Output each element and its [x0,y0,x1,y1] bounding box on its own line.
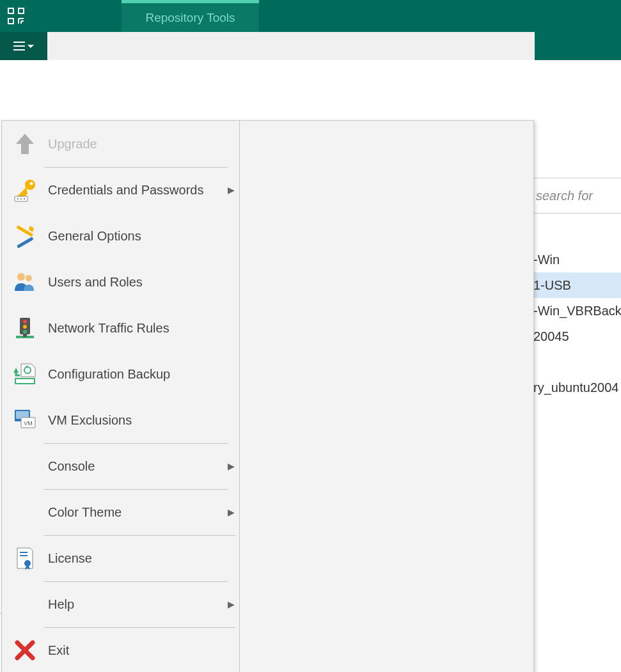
svg-rect-30 [20,555,28,556]
ribbon-area [47,32,535,60]
svg-rect-0 [8,8,13,13]
svg-point-17 [23,320,27,324]
menu-item-color-theme[interactable]: Color Theme ▶ [2,489,239,535]
svg-point-18 [23,325,27,329]
svg-point-31 [24,560,31,567]
menu-label: Configuration Backup [44,351,235,397]
config-backup-icon [6,361,44,387]
menu-item-license[interactable]: License [2,535,239,581]
svg-point-15 [26,275,32,281]
main-menu-dropdown: Upgrade Credentials and Passwords ▶ Gene… [1,120,534,672]
menu-label: VM Exclusions [44,397,235,443]
svg-rect-1 [19,8,24,13]
svg-text:VM: VM [24,420,33,426]
menu-label: Exit [44,627,235,672]
svg-point-6 [25,180,35,190]
titlebar: Repository Tools [0,0,621,32]
list-item[interactable]: 1-USB [531,272,621,298]
svg-rect-29 [20,552,28,553]
menubar [0,32,621,60]
svg-rect-23 [16,379,34,383]
menu-label: Help [44,581,228,627]
tab-label: Repository Tools [145,11,235,25]
repository-list: -Win 1-USB -Win_VBRBack 20045 ry_ubuntu2… [531,247,621,400]
list-gap [531,349,621,375]
svg-point-10 [20,198,22,199]
svg-rect-21 [23,334,27,337]
list-item[interactable]: -Win [531,247,621,272]
tab-repository-tools[interactable]: Repository Tools [122,0,259,32]
exit-icon [6,637,44,663]
svg-point-11 [24,198,25,199]
svg-rect-12 [17,237,34,248]
menu-label: Credentials and Passwords [44,167,228,213]
hamburger-icon [13,42,25,51]
menu-item-network-traffic[interactable]: Network Traffic Rules [2,305,239,351]
menu-label: General Options [44,213,235,259]
menu-label: Network Traffic Rules [44,305,235,351]
menu-item-config-backup[interactable]: Configuration Backup [2,351,239,397]
svg-rect-2 [8,19,13,24]
list-item[interactable]: -Win_VBRBack [531,298,621,324]
svg-point-14 [17,273,25,281]
caret-down-icon [28,45,34,48]
menu-item-credentials[interactable]: Credentials and Passwords ▶ [2,167,239,213]
chevron-right-icon: ▶ [228,599,235,609]
app-icon [0,0,32,32]
menu-item-vm-exclusions[interactable]: VM VM Exclusions [2,397,239,443]
license-icon [6,545,44,571]
menu-item-users-roles[interactable]: Users and Roles [2,259,239,305]
options-icon [6,223,44,249]
users-icon [6,269,44,295]
svg-point-7 [30,182,33,185]
menu-list: Upgrade Credentials and Passwords ▶ Gene… [2,121,240,672]
menu-item-help[interactable]: Help ▶ [2,581,239,627]
svg-point-9 [17,198,19,199]
list-item[interactable]: ry_ubuntu2004 [531,375,621,400]
svg-point-19 [23,330,27,334]
menu-label: Color Theme [44,489,228,535]
menu-label: Console [44,443,228,489]
credentials-icon [6,177,44,203]
chevron-right-icon: ▶ [228,185,235,195]
menu-item-upgrade: Upgrade [2,121,239,167]
search-input[interactable]: search for [536,189,593,203]
list-item[interactable]: 20045 [531,324,621,349]
vm-exclusions-icon: VM [6,407,44,433]
chevron-right-icon: ▶ [228,507,235,517]
menu-label: License [44,535,235,581]
chevron-right-icon: ▶ [228,461,235,471]
menu-item-console[interactable]: Console ▶ [2,443,239,489]
menu-label: Users and Roles [44,259,235,305]
network-icon [6,315,44,341]
main-menu-button[interactable] [0,32,47,60]
menu-label: Upgrade [44,121,235,167]
menu-item-general-options[interactable]: General Options [2,213,239,259]
upgrade-icon [6,131,44,157]
menu-item-exit[interactable]: Exit [2,627,239,672]
menu-submenu-area [240,121,533,672]
